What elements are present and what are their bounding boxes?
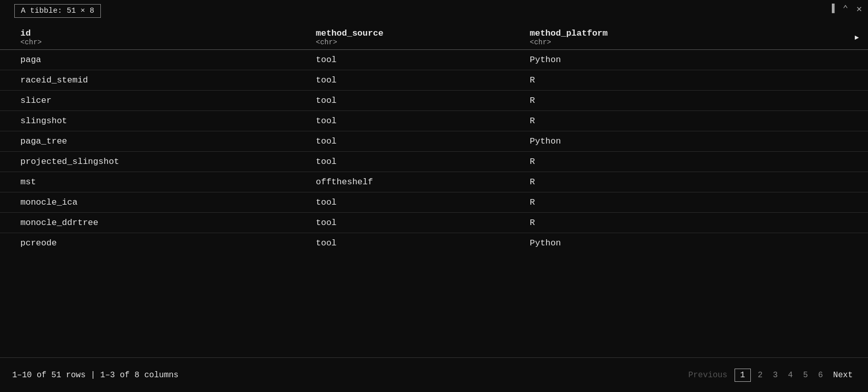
table-row: projected_slingshottoolR — [0, 152, 868, 172]
window-controls: ▐ ⌃ ✕ — [829, 3, 862, 14]
table-row: mstofftheshelfR — [0, 172, 868, 192]
cell-id: mst — [0, 172, 295, 192]
cell-id: monocle_ddrtree — [0, 213, 295, 233]
table-row: paga_treetoolPython — [0, 131, 868, 152]
cell-method-platform: R — [509, 152, 846, 172]
page-2-button[interactable]: 2 — [755, 369, 766, 382]
col-type-method-source: <chr> — [316, 38, 503, 46]
col-header-id: id <chr> — [0, 25, 295, 50]
cell-method-platform: Python — [509, 233, 846, 254]
table-row: monocle_icatoolR — [0, 192, 868, 213]
page-4-button[interactable]: 4 — [785, 369, 796, 382]
table-footer: 1–10 of 51 rows | 1–3 of 8 columns Previ… — [0, 357, 868, 392]
col-type-method-platform: <chr> — [530, 38, 839, 46]
col-header-method-platform: method_platform <chr> — [509, 25, 846, 50]
cell-method-source: tool — [295, 131, 509, 152]
table-row: slingshottoolR — [0, 111, 868, 131]
cell-method-platform: Python — [509, 131, 846, 152]
col-name-method-platform: method_platform — [530, 29, 608, 38]
table-row: slicertoolR — [0, 91, 868, 111]
cell-method-source: tool — [295, 70, 509, 91]
page-1-button[interactable]: 1 — [735, 369, 751, 382]
expand-columns-icon[interactable]: ► — [855, 34, 859, 42]
data-table: id <chr> method_source <chr> method_plat… — [0, 25, 868, 253]
cell-empty — [846, 172, 868, 192]
cell-method-platform: R — [509, 192, 846, 213]
cell-method-source: offtheshelf — [295, 172, 509, 192]
cell-empty — [846, 233, 868, 254]
close-icon[interactable]: ✕ — [856, 3, 862, 14]
cell-method-source: tool — [295, 233, 509, 254]
cell-empty — [846, 111, 868, 131]
cell-method-source: tool — [295, 152, 509, 172]
minimize-icon[interactable]: ▐ — [829, 4, 835, 14]
previous-button[interactable]: Previous — [685, 369, 730, 382]
table-row: raceid_stemidtoolR — [0, 70, 868, 91]
footer-info: 1–10 of 51 rows | 1–3 of 8 columns — [12, 371, 685, 380]
cell-id: paga — [0, 50, 295, 70]
cell-id: slingshot — [0, 111, 295, 131]
col-type-id: <chr> — [20, 38, 289, 46]
page-6-button[interactable]: 6 — [815, 369, 826, 382]
col-name-id: id — [20, 29, 31, 38]
cell-method-platform: R — [509, 213, 846, 233]
cell-id: slicer — [0, 91, 295, 111]
col-header-expand[interactable]: ► — [846, 25, 868, 50]
col-header-method-source: method_source <chr> — [295, 25, 509, 50]
cell-id: paga_tree — [0, 131, 295, 152]
cell-id: projected_slingshot — [0, 152, 295, 172]
collapse-icon[interactable]: ⌃ — [843, 3, 848, 14]
cell-empty — [846, 70, 868, 91]
cell-id: monocle_ica — [0, 192, 295, 213]
table-row: monocle_ddrtreetoolR — [0, 213, 868, 233]
cell-empty — [846, 131, 868, 152]
page-5-button[interactable]: 5 — [800, 369, 811, 382]
next-button[interactable]: Next — [830, 369, 856, 382]
cell-method-platform: Python — [509, 50, 846, 70]
cell-method-source: tool — [295, 50, 509, 70]
page-3-button[interactable]: 3 — [770, 369, 781, 382]
col-name-method-source: method_source — [316, 29, 384, 38]
pagination: Previous 1 2 3 4 5 6 Next — [685, 369, 856, 382]
cell-empty — [846, 50, 868, 70]
cell-method-source: tool — [295, 91, 509, 111]
cell-method-source: tool — [295, 213, 509, 233]
cell-empty — [846, 192, 868, 213]
data-table-container: id <chr> method_source <chr> method_plat… — [0, 25, 868, 356]
table-header-row: id <chr> method_source <chr> method_plat… — [0, 25, 868, 50]
cell-id: pcreode — [0, 233, 295, 254]
cell-method-platform: R — [509, 91, 846, 111]
cell-empty — [846, 91, 868, 111]
table-row: pagatoolPython — [0, 50, 868, 70]
cell-method-platform: R — [509, 172, 846, 192]
cell-empty — [846, 152, 868, 172]
cell-method-platform: R — [509, 70, 846, 91]
tibble-title: A tibble: 51 × 8 — [14, 4, 101, 18]
cell-empty — [846, 213, 868, 233]
cell-id: raceid_stemid — [0, 70, 295, 91]
table-row: pcreodetoolPython — [0, 233, 868, 254]
cell-method-source: tool — [295, 111, 509, 131]
cell-method-platform: R — [509, 111, 846, 131]
cell-method-source: tool — [295, 192, 509, 213]
